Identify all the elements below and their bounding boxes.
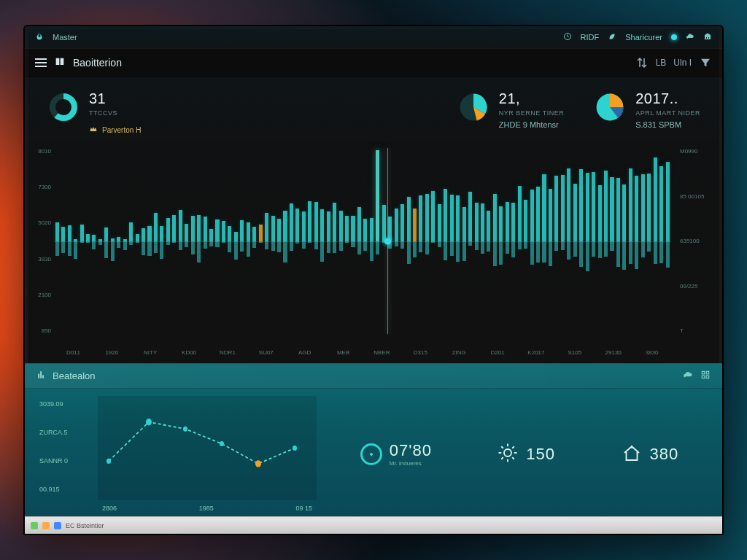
stat3-sub: APRL MART NIDER	[635, 109, 700, 117]
cloud-icon[interactable]	[686, 32, 694, 42]
y-axis-left: 80107300502038302100850	[31, 148, 51, 334]
svg-point-9	[107, 459, 111, 464]
stat1-extra: Parverton H	[102, 126, 141, 134]
donut-icon	[47, 90, 80, 124]
sun-icon	[497, 442, 519, 467]
stat2-extra: ZHDE 9 Mhtensr	[499, 120, 564, 129]
clock-icon	[563, 32, 572, 42]
stat3-value: 2017..	[635, 90, 700, 107]
taskbar-dot-2[interactable]	[42, 522, 50, 529]
dot-icon	[671, 34, 677, 40]
cursor-marker[interactable]	[387, 148, 388, 334]
leaf-icon	[608, 32, 616, 42]
stat-card-2: 21, NYR Berne Tiner ZHDE 9 Mhtensr	[457, 90, 564, 135]
tool-label-2[interactable]: Uln I	[673, 58, 692, 68]
app-header: Baoitterion LB Uln I	[25, 48, 722, 77]
stat-card-3: 2017.. APRL MART NIDER S.831 SPBM	[593, 90, 700, 135]
metric1-sub: Mr. indueres	[390, 460, 432, 467]
sub-panel-title: Beatealon	[53, 370, 96, 381]
app-window: Master RIDF Sharicurer Baoitterion LB Ul…	[23, 25, 724, 535]
crown-icon	[89, 125, 98, 135]
tool-sort-icon[interactable]	[635, 56, 649, 69]
filter-icon[interactable]	[699, 56, 712, 69]
menu-icon[interactable]	[35, 58, 47, 67]
building-icon[interactable]	[703, 32, 712, 42]
sub-x-axis: 2806198509 15	[98, 505, 317, 512]
svg-point-13	[255, 460, 261, 467]
svg-point-10	[146, 419, 152, 426]
metrics-row: 07'80 Mr. indueres 150 380	[331, 396, 708, 512]
bar-area	[54, 148, 671, 334]
grid-icon[interactable]	[700, 370, 711, 383]
metric1-value: 07'80	[390, 441, 432, 459]
svg-rect-6	[706, 371, 709, 373]
cloud-icon[interactable]	[683, 370, 693, 383]
y-axis-right: M099085 0010563510009/225T	[680, 148, 716, 334]
svg-rect-7	[702, 376, 705, 378]
metric-3: 380	[621, 442, 679, 467]
svg-point-14	[293, 446, 297, 451]
gauge-icon	[360, 443, 382, 465]
line-chart[interactable]: 2806198509 15	[98, 396, 317, 512]
svg-point-12	[220, 441, 224, 446]
sub-panel: Beatealon 3039.09ZURCA.5SANNR 000.915	[25, 363, 722, 516]
main-chart[interactable]: 80107300502038302100850 M099085 00105635…	[25, 142, 722, 363]
stat3-extra: S.831 SPBM	[635, 120, 700, 129]
taskbar-dot-1[interactable]	[31, 522, 38, 529]
svg-point-15	[504, 449, 511, 456]
svg-rect-8	[706, 376, 709, 378]
stat1-value: 31	[89, 90, 141, 107]
metric-2: 150	[497, 442, 555, 467]
pie-icon	[457, 90, 490, 124]
x-axis: D0111920NITYKD00NDR1SU07AGDMEBNBERD315ZI…	[54, 349, 671, 356]
sub-panel-header: Beatealon	[25, 364, 722, 389]
system-topbar: Master RIDF Sharicurer	[25, 26, 722, 48]
pie-icon-2	[593, 90, 627, 124]
metric3-value: 380	[650, 445, 679, 463]
top-link-2[interactable]: Sharicurer	[625, 33, 662, 42]
svg-rect-5	[702, 371, 705, 373]
taskbar-label: EC Bsteintier	[66, 522, 104, 529]
chart-icon	[36, 370, 47, 382]
stat-card-1: 31 TTCCVS Parverton H	[47, 90, 141, 135]
home-icon	[621, 442, 643, 467]
stat2-value: 21,	[499, 90, 564, 107]
book-icon	[54, 56, 66, 70]
os-taskbar[interactable]: EC Bsteintier	[25, 516, 722, 534]
stats-row: 31 TTCCVS Parverton H 21, NYR Berne Tine…	[25, 77, 722, 142]
tool-label-1[interactable]: LB	[656, 58, 667, 68]
stat2-sub: NYR Berne Tiner	[499, 109, 564, 117]
brand-label: Master	[53, 33, 77, 42]
sub-y-axis: 3039.09ZURCA.5SANNR 000.915	[39, 396, 83, 512]
taskbar-dot-3[interactable]	[54, 522, 61, 529]
metric-1: 07'80 Mr. indueres	[360, 441, 432, 467]
metric2-value: 150	[526, 445, 555, 463]
top-link-1[interactable]: RIDF	[581, 33, 600, 42]
stat1-sub: TTCCVS	[89, 109, 141, 117]
page-title: Baoitterion	[73, 57, 122, 69]
flame-icon	[35, 32, 44, 42]
svg-point-11	[183, 427, 187, 432]
